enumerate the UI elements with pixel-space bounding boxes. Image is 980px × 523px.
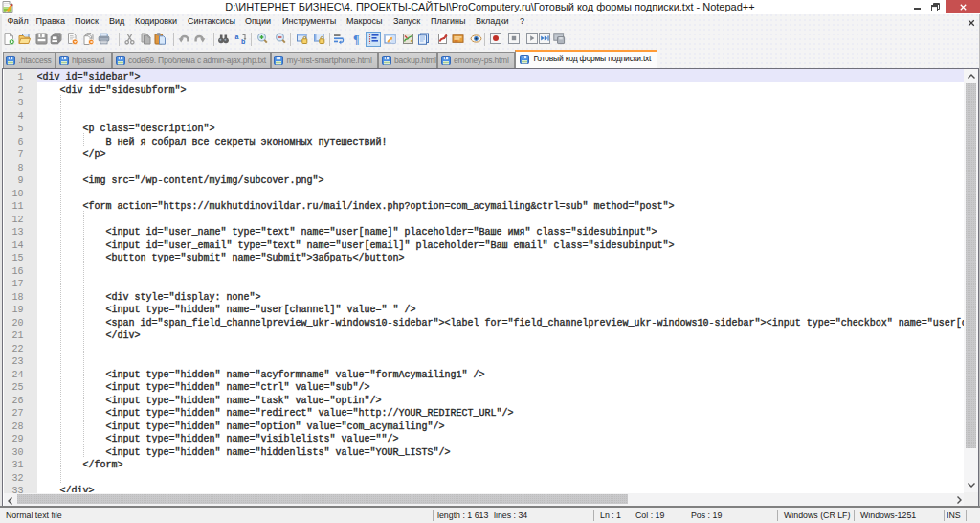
svg-text:¶: ¶ [353,33,359,45]
svg-text:a: a [234,34,238,40]
